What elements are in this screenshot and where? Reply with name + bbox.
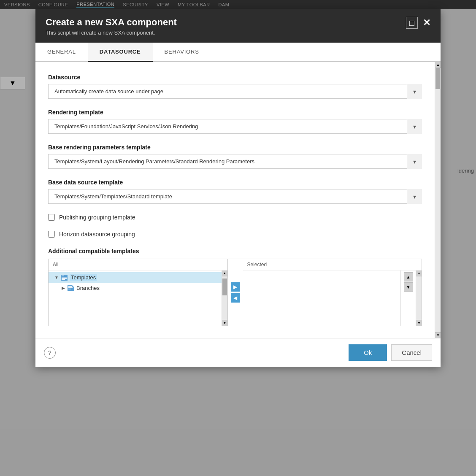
all-templates-header: All xyxy=(49,259,227,270)
transfer-left-button[interactable]: ◀ xyxy=(231,293,240,303)
rendering-template-select-wrapper: Templates/Foundation/JavaScript Services… xyxy=(48,119,422,134)
help-button[interactable]: ? xyxy=(44,347,56,359)
datasource-section: Datasource Automatically create data sou… xyxy=(48,74,422,99)
modal-title: Create a new SXA component xyxy=(46,17,177,28)
modal-scroll-thumb xyxy=(435,68,440,89)
selected-templates-content xyxy=(243,270,401,326)
modal-title-block: Create a new SXA component This script w… xyxy=(46,17,177,36)
additional-templates-container: All ▼ xyxy=(48,259,422,326)
order-buttons: ▲ ▼ xyxy=(401,270,416,292)
svg-rect-3 xyxy=(62,278,67,279)
selected-templates-panel: Selected ▲ ▼ xyxy=(243,259,422,326)
base-rendering-params-label: Base rendering parameters template xyxy=(48,144,422,151)
tab-behaviors[interactable]: BEHAVIORS xyxy=(153,43,211,62)
tree-scroll-up[interactable]: ▲ xyxy=(222,270,227,276)
selected-panel-controls: ▲ ▼ xyxy=(400,270,416,326)
datasource-select[interactable]: Automatically create data source under p… xyxy=(48,84,422,99)
modal-body-wrapper: Datasource Automatically create data sou… xyxy=(35,62,441,338)
tree-item-templates[interactable]: ▼ xyxy=(49,272,222,283)
svg-rect-6 xyxy=(68,286,72,287)
template-icon xyxy=(60,274,68,281)
modal-body-scrollbar: ▲ ▼ xyxy=(435,62,441,338)
modal-subtitle: This script will create a new SXA compon… xyxy=(46,30,177,36)
tab-datasource[interactable]: DATASOURCE xyxy=(88,43,153,62)
base-rendering-params-select[interactable]: Templates/System/Layout/Rendering Parame… xyxy=(48,154,422,169)
modal-scroll-bottom-button[interactable]: ▼ xyxy=(435,332,441,338)
selected-scroll-down-button[interactable]: ▼ xyxy=(404,282,413,292)
all-templates-panel: All ▼ xyxy=(49,259,228,326)
horizon-datasource-row: Horizon datasource grouping xyxy=(48,231,422,238)
modal-header: Create a new SXA component This script w… xyxy=(35,9,441,43)
additional-templates-section: Additional compatible templates All ▼ xyxy=(48,248,422,326)
datasource-label: Datasource xyxy=(48,74,422,81)
additional-templates-label: Additional compatible templates xyxy=(48,248,422,254)
base-datasource-select[interactable]: Templates/System/Templates/Standard temp… xyxy=(48,189,422,204)
modal-scroll-top-button[interactable]: ▲ xyxy=(435,62,441,68)
modal-body: Datasource Automatically create data sou… xyxy=(35,62,435,338)
modal-scroll-track xyxy=(435,68,441,332)
modal-footer: ? Ok Cancel xyxy=(35,338,441,367)
base-rendering-params-section: Base rendering parameters template Templ… xyxy=(48,144,422,169)
selected-templates-body: ▲ ▼ ▲ ▼ xyxy=(243,270,422,326)
tree-scroll-thumb xyxy=(222,279,227,295)
modal-tabs: GENERAL DATASOURCE BEHAVIORS xyxy=(35,43,441,62)
horizon-datasource-label: Horizon datasource grouping xyxy=(59,231,135,238)
selected-scroll-bottom[interactable]: ▼ xyxy=(416,320,422,326)
modal-controls: □ ✕ xyxy=(406,17,430,29)
datasource-select-wrapper: Automatically create data source under p… xyxy=(48,84,422,99)
modal-overlay: Create a new SXA component This script w… xyxy=(0,0,476,476)
tree-toggle-templates[interactable]: ▼ xyxy=(54,275,60,281)
transfer-buttons: ▶ ◀ xyxy=(228,259,243,326)
svg-rect-1 xyxy=(62,276,64,276)
rendering-template-section: Rendering template Templates/Foundation/… xyxy=(48,109,422,134)
rendering-template-label: Rendering template xyxy=(48,109,422,116)
tree-label-templates: Templates xyxy=(70,274,97,281)
base-rendering-params-select-wrapper: Templates/System/Layout/Rendering Parame… xyxy=(48,154,422,169)
modal-close-button[interactable]: ✕ xyxy=(423,17,430,28)
modal-maximize-button[interactable]: □ xyxy=(406,17,418,29)
selected-scroll-track xyxy=(416,276,422,320)
branch-icon xyxy=(67,284,75,291)
rendering-template-select[interactable]: Templates/Foundation/JavaScript Services… xyxy=(48,119,422,134)
publishing-grouping-row: Publishing grouping template xyxy=(48,214,422,221)
ok-button[interactable]: Ok xyxy=(349,344,387,361)
selected-scroll-up-button[interactable]: ▲ xyxy=(404,272,413,281)
tab-general[interactable]: GENERAL xyxy=(35,43,88,62)
tree-item-branches[interactable]: ▶ xyxy=(49,283,222,293)
selected-scrollbar: ▲ ▼ xyxy=(416,270,422,326)
tree-toggle-branches[interactable]: ▶ xyxy=(60,285,66,291)
svg-rect-8 xyxy=(68,289,71,289)
publishing-grouping-label: Publishing grouping template xyxy=(59,214,135,221)
tree-scrollbar: ▲ ▼ xyxy=(222,270,227,326)
svg-rect-7 xyxy=(68,287,73,288)
publishing-grouping-checkbox[interactable] xyxy=(48,214,55,221)
tree-label-branches: Branches xyxy=(76,285,100,291)
templates-tree: ▼ xyxy=(49,270,222,326)
selected-templates-header: Selected xyxy=(243,259,422,270)
tree-scroll-track xyxy=(222,276,227,320)
footer-buttons: Ok Cancel xyxy=(349,344,432,361)
transfer-right-button[interactable]: ▶ xyxy=(231,282,240,292)
svg-rect-2 xyxy=(62,277,67,278)
base-datasource-section: Base data source template Templates/Syst… xyxy=(48,179,422,204)
modal-dialog: Create a new SXA component This script w… xyxy=(35,9,441,367)
svg-rect-4 xyxy=(62,279,65,280)
horizon-datasource-checkbox[interactable] xyxy=(48,231,55,238)
cancel-button[interactable]: Cancel xyxy=(391,344,432,361)
base-datasource-label: Base data source template xyxy=(48,179,422,186)
tree-scroll-down[interactable]: ▼ xyxy=(222,320,227,326)
selected-scroll-top[interactable]: ▲ xyxy=(416,270,422,276)
base-datasource-select-wrapper: Templates/System/Templates/Standard temp… xyxy=(48,189,422,204)
